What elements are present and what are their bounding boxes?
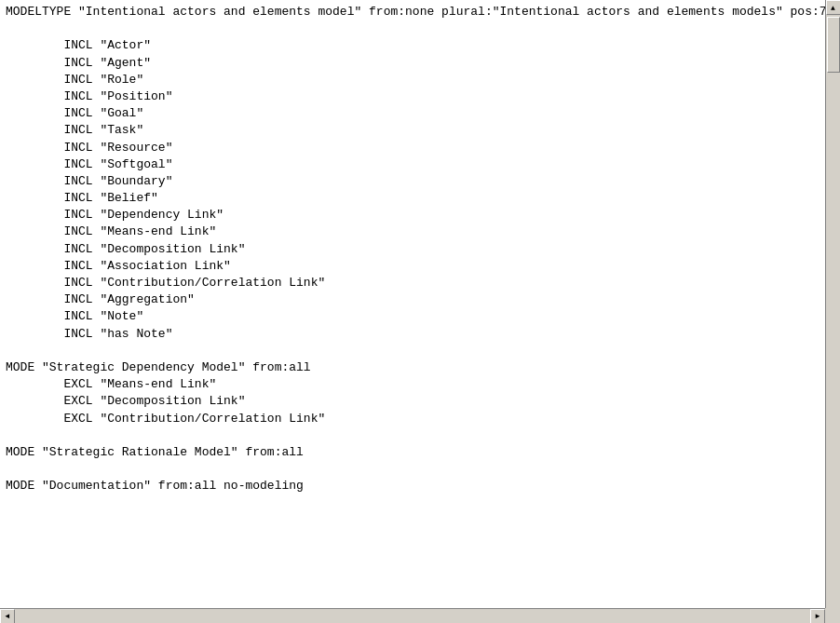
text-editor-content[interactable]: MODELTYPE "Intentional actors and elemen… — [0, 0, 825, 623]
vertical-scrollbar[interactable]: ▲ ▼ — [825, 0, 840, 623]
horizontal-scrollbar[interactable]: ◄ ► — [0, 608, 825, 623]
horizontal-scrollbar-track[interactable] — [15, 609, 810, 623]
scroll-left-button[interactable]: ◄ — [0, 609, 15, 624]
code-text: MODELTYPE "Intentional actors and elemen… — [6, 4, 820, 494]
scrollbar-thumb[interactable] — [827, 17, 840, 73]
scrollbar-corner — [825, 608, 840, 623]
scroll-up-button[interactable]: ▲ — [826, 0, 841, 15]
scrollbar-track[interactable] — [826, 15, 840, 608]
scroll-right-button[interactable]: ► — [810, 609, 825, 624]
